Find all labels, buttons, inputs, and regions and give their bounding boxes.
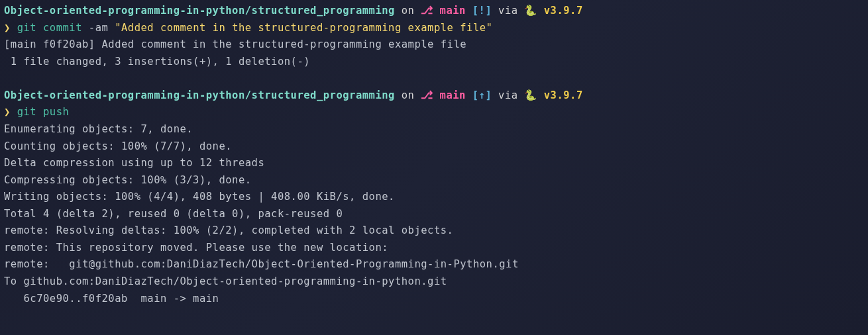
prompt-symbol: ❯ bbox=[4, 106, 17, 118]
on-text: on bbox=[395, 5, 421, 17]
command-line-1[interactable]: ❯ git commit -am "Added comment in the s… bbox=[4, 20, 864, 37]
output-line: To github.com:DaniDiazTech/Object-orient… bbox=[4, 273, 864, 291]
python-icon: 🐍 bbox=[524, 5, 543, 17]
output-line: remote: git@github.com:DaniDiazTech/Obje… bbox=[4, 256, 864, 273]
git-command: git bbox=[17, 22, 43, 34]
command-line-2[interactable]: ❯ git push bbox=[4, 104, 864, 121]
branch-name: main bbox=[433, 5, 472, 17]
git-subcommand: push bbox=[43, 106, 69, 118]
commit-message: "Added comment in the structured-program… bbox=[115, 22, 492, 34]
via-text: via bbox=[492, 89, 524, 101]
python-version: v3.9.7 bbox=[544, 5, 583, 17]
git-status: [!] bbox=[472, 5, 492, 17]
on-text: on bbox=[395, 89, 421, 101]
via-text: via bbox=[492, 5, 524, 17]
output-line: [main f0f20ab] Added comment in the stru… bbox=[4, 36, 864, 54]
branch-icon: ⎇ bbox=[421, 89, 433, 101]
prompt-line-1: Object-oriented-programming-in-python/st… bbox=[4, 3, 864, 20]
python-icon: 🐍 bbox=[524, 89, 543, 101]
branch-name: main bbox=[433, 89, 472, 101]
python-version: v3.9.7 bbox=[544, 89, 583, 101]
blank-line bbox=[4, 70, 864, 87]
repo-path: Object-oriented-programming-in-python/st… bbox=[4, 89, 395, 101]
git-status: [↑] bbox=[472, 89, 492, 101]
output-line: Counting objects: 100% (7/7), done. bbox=[4, 138, 864, 156]
prompt-symbol: ❯ bbox=[4, 22, 17, 34]
git-subcommand: commit bbox=[43, 22, 89, 34]
git-command: git bbox=[17, 106, 43, 118]
repo-path: Object-oriented-programming-in-python/st… bbox=[4, 5, 395, 17]
prompt-line-2: Object-oriented-programming-in-python/st… bbox=[4, 87, 864, 105]
output-line: Total 4 (delta 2), reused 0 (delta 0), p… bbox=[4, 206, 864, 223]
output-line: remote: Resolving deltas: 100% (2/2), co… bbox=[4, 222, 864, 240]
output-line: remote: This repository moved. Please us… bbox=[4, 240, 864, 257]
output-line: 6c70e90..f0f20ab main -> main bbox=[4, 291, 864, 308]
output-line: 1 file changed, 3 insertions(+), 1 delet… bbox=[4, 54, 864, 71]
command-flag: -am bbox=[89, 22, 115, 34]
output-line: Delta compression using up to 12 threads bbox=[4, 155, 864, 172]
output-line: Writing objects: 100% (4/4), 408 bytes |… bbox=[4, 189, 864, 206]
branch-icon: ⎇ bbox=[421, 5, 433, 17]
output-line: Enumerating objects: 7, done. bbox=[4, 121, 864, 138]
output-line: Compressing objects: 100% (3/3), done. bbox=[4, 172, 864, 189]
